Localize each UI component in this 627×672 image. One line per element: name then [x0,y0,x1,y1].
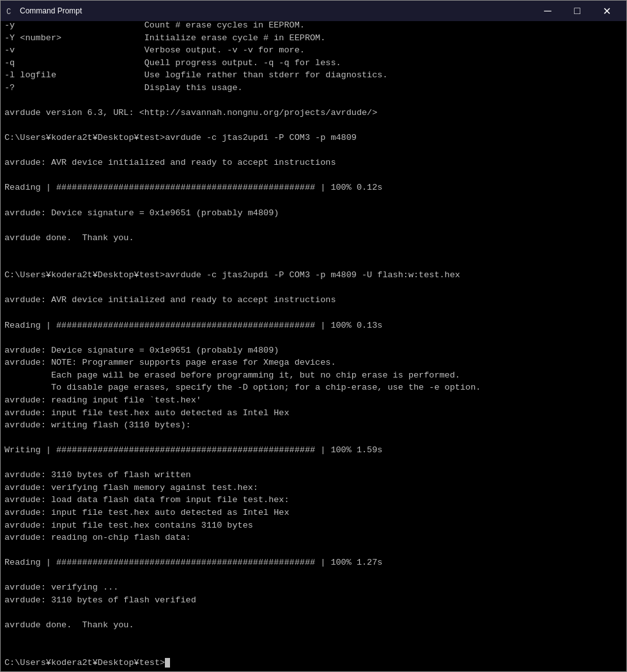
terminal-prompt: C:\Users¥kodera2t¥Desktop¥test> [4,657,165,669]
terminal-line: avrdude version 6.3, URL: <http://savann… [4,107,623,119]
title-bar: C Command Prompt ─ □ ✕ [1,1,626,21]
terminal-line [4,194,623,207]
maximize-button[interactable]: □ [562,1,592,21]
terminal-line [4,119,623,132]
terminal-line: C:\Users¥kodera2t¥Desktop¥test>avrdude -… [4,132,623,144]
terminal-line [4,544,623,557]
terminal-line: avrdude: 3110 bytes of flash verified [4,594,623,607]
terminal-line: -? Display this usage. [4,82,623,95]
terminal-line [4,144,623,157]
minimize-button[interactable]: ─ [533,1,562,21]
terminal-line: avrdude: writing flash (3110 bytes): [4,419,623,432]
terminal-line: avrdude done. Thank you. [4,232,623,245]
title-bar-controls: ─ □ ✕ [533,1,621,21]
terminal-line [4,457,623,470]
terminal-line [4,169,623,182]
terminal-line: avrdude: input file test.hex auto detect… [4,407,623,420]
terminal-line [4,307,623,319]
terminal-line: -Y <number> Initialize erase cycle # in … [4,32,623,45]
terminal-line [4,244,623,257]
terminal-line [4,644,623,657]
terminal-line [4,607,623,620]
svg-text:C: C [6,8,11,16]
terminal-line: avrdude: Device signature = 0x1e9651 (pr… [4,207,623,220]
terminal-line: avrdude: verifying ... [4,581,623,594]
terminal-line: avrdude: AVR device initialized and read… [4,294,623,307]
terminal-line: C:\Users¥kodera2t¥Desktop¥test>avrdude -… [4,269,623,282]
title-bar-left: C Command Prompt [6,6,82,16]
terminal-line: -v Verbose output. -v -v for more. [4,44,623,57]
terminal-line [4,219,623,232]
terminal-line: Reading | ##############################… [4,319,623,332]
terminal-line: avrdude: input file test.hex auto detect… [4,507,623,519]
terminal-cursor [165,658,170,668]
terminal-line: avrdude: input file test.hex contains 31… [4,519,623,532]
terminal-line: Reading | ##############################… [4,556,623,569]
close-button[interactable]: ✕ [592,1,621,21]
terminal-output[interactable]: is performed in the order specified.-n D… [1,21,626,671]
terminal-line [4,332,623,344]
terminal-line: Writing | ##############################… [4,444,623,457]
window: C Command Prompt ─ □ ✕ is performed in t… [0,0,627,672]
terminal-line: avrdude: reading on-chip flash data: [4,531,623,544]
terminal-line: Each page will be erased before programm… [4,369,623,382]
terminal-prompt-line: C:\Users¥kodera2t¥Desktop¥test> [4,657,623,669]
terminal-line: avrdude: load data flash data from input… [4,494,623,507]
terminal-line [4,94,623,107]
window-title: Command Prompt [20,6,82,15]
terminal-line [4,432,623,445]
terminal-line: avrdude: verifying flash memory against … [4,482,623,494]
terminal-line [4,632,623,645]
terminal-line: To disable page erases, specify the -D o… [4,381,623,394]
terminal-line: avrdude done. Thank you. [4,619,623,632]
terminal-line: avrdude: reading input file `test.hex' [4,394,623,407]
terminal-line: -l logfile Use logfile rather than stder… [4,69,623,82]
terminal-line: avrdude: AVR device initialized and read… [4,157,623,169]
terminal-line [4,282,623,294]
terminal-line [4,257,623,270]
terminal-line: avrdude: 3110 bytes of flash written [4,469,623,482]
terminal-line: Reading | ##############################… [4,181,623,194]
terminal-line: avrdude: Device signature = 0x1e9651 (pr… [4,344,623,357]
terminal-line: -y Count # erase cycles in EEPROM. [4,21,623,32]
terminal-line [4,569,623,582]
terminal-line: avrdude: NOTE: Programmer supports page … [4,356,623,369]
cmd-icon: C [6,6,16,16]
terminal-line: -q Quell progress output. -q -q for less… [4,57,623,70]
